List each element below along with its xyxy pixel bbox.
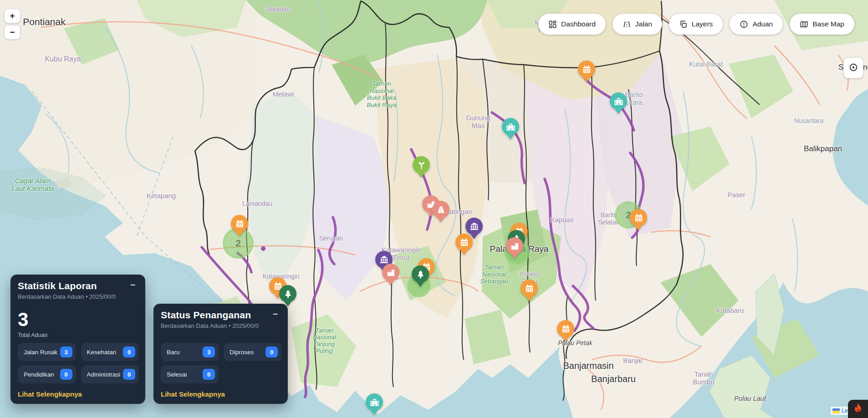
lihat-selengkapnya-link[interactable]: Lihat Selengkapnya (18, 390, 82, 398)
nav-dashboard-button[interactable]: Dashboard (538, 14, 606, 35)
alert-circle-icon (740, 20, 748, 29)
nav-button-label: Dashboard (561, 20, 596, 28)
stat-chip-label: Baru (167, 349, 180, 356)
hospital-icon (369, 397, 380, 408)
zoom-out-button[interactable]: − (4, 25, 20, 40)
calendar-icon (524, 283, 535, 294)
stat-chip-kesehatan: Kesehatan0 (81, 343, 139, 361)
debug-toolbar-button[interactable] (848, 400, 868, 418)
stat-chip-value: 3 (60, 347, 72, 357)
map-marker-calendar[interactable] (521, 280, 538, 302)
stat-chip-value: 0 (203, 369, 215, 380)
map-marker-factory[interactable] (382, 264, 399, 286)
minimize-button[interactable]: − (270, 309, 281, 319)
nav-jalan-button[interactable]: Jalan (613, 14, 662, 35)
statistik-laporan-panel: Statistik Laporan − Berdasarkan Data Adu… (10, 275, 145, 404)
calendar-icon (459, 237, 470, 248)
stat-chip-label: Administrasi (87, 371, 121, 378)
road-sign-icon (436, 204, 446, 215)
calendar-icon (633, 213, 644, 223)
hospital-icon (505, 122, 516, 132)
map-marker-seedling[interactable] (413, 156, 430, 179)
map-marker-calendar[interactable] (557, 320, 574, 343)
stat-chip-label: Selesai (167, 371, 187, 378)
total-aduan-value: 3 (18, 310, 139, 329)
bank-icon (469, 221, 480, 232)
total-aduan-label: Total Aduan (18, 332, 139, 338)
panel-title: Statistik Laporan (18, 280, 139, 291)
map-marker-road-sign[interactable] (432, 201, 449, 224)
stat-chip-administrasi: Administrasi0 (81, 365, 139, 383)
stat-chip-value: 3 (203, 347, 215, 357)
factory-icon (386, 267, 396, 278)
stat-chip-label: Pendidikan (24, 371, 54, 378)
nav-layers-button[interactable]: Layers (669, 14, 723, 35)
nav-base-map-button[interactable]: Base Map (790, 14, 854, 35)
seedling-icon (416, 160, 427, 170)
compass-icon (848, 62, 858, 74)
status-penanganan-panel: Status Penanganan − Berdasarkan Data Adu… (153, 304, 288, 404)
layers-icon (679, 20, 688, 29)
nav-button-label: Layers (692, 20, 713, 28)
stat-chip-diproses: Diproses0 (224, 343, 281, 361)
panel-subtitle: Berdasarkan Data Aduan • 2025/00/0 (161, 322, 281, 329)
map-marker-hospital[interactable] (366, 393, 383, 416)
locate-button[interactable] (843, 57, 863, 78)
calendar-icon (582, 64, 592, 75)
top-nav: DashboardJalanLayersAduanBase Map (538, 14, 854, 35)
nav-button-label: Jalan (635, 20, 652, 28)
hospital-icon (613, 96, 624, 107)
flame-icon (853, 403, 863, 416)
factory-icon (510, 241, 520, 251)
stat-chip-label: Jalan Rusak (24, 349, 57, 356)
map-marker-calendar[interactable] (630, 209, 647, 232)
stat-chip-baru: Baru3 (161, 343, 219, 361)
pine-tree-icon (283, 289, 293, 299)
panel-subtitle: Berdasarkan Data Aduan • 2025/00/0 (18, 293, 139, 300)
stat-chip-label: Kesehatan (87, 349, 117, 356)
map-icon (800, 20, 808, 29)
stat-chip-value: 0 (60, 369, 72, 380)
zoom-in-button[interactable]: + (4, 9, 20, 23)
map-marker-calendar[interactable] (231, 215, 248, 238)
statistik-chips: Jalan Rusak3Kesehatan0Pendidikan0Adminis… (18, 343, 139, 383)
nav-button-label: Aduan (752, 20, 773, 28)
road-icon (623, 20, 631, 29)
map-marker-factory[interactable] (506, 237, 523, 260)
calendar-icon (235, 219, 245, 229)
map-marker-hospital[interactable] (610, 92, 627, 115)
stat-chip-pendidikan: Pendidikan0 (18, 365, 76, 383)
stat-chip-jalan-rusak: Jalan Rusak3 (18, 343, 76, 361)
map-marker-hospital[interactable] (502, 118, 519, 141)
stat-chip-label: Diproses (230, 349, 254, 356)
map-marker-pine-tree[interactable] (412, 265, 429, 288)
nav-aduan-button[interactable]: Aduan (730, 14, 783, 35)
pine-tree-icon (415, 269, 426, 280)
ukraine-flag-icon (832, 408, 840, 413)
status-chips: Baru3Diproses0Selesai0 (161, 343, 281, 383)
map-app: PontianakSekadauKubu RayaMelawiKetapangL… (0, 0, 868, 418)
nav-button-label: Base Map (812, 20, 844, 28)
stat-chip-value: 0 (266, 347, 278, 357)
dashboard-grid-icon (548, 20, 557, 29)
panel-title: Status Penanganan (161, 310, 281, 321)
map-marker-calendar[interactable] (578, 61, 595, 83)
stat-chip-value: 0 (123, 369, 135, 380)
lihat-selengkapnya-link[interactable]: Lihat Selengkapnya (161, 390, 225, 398)
map-marker-calendar[interactable] (455, 234, 473, 256)
zoom-control: + − (4, 9, 20, 40)
stat-chip-value: 0 (123, 347, 135, 357)
calendar-icon (561, 324, 571, 334)
minimize-button[interactable]: − (128, 280, 138, 290)
stat-chip-selesai: Selesai0 (161, 365, 219, 383)
